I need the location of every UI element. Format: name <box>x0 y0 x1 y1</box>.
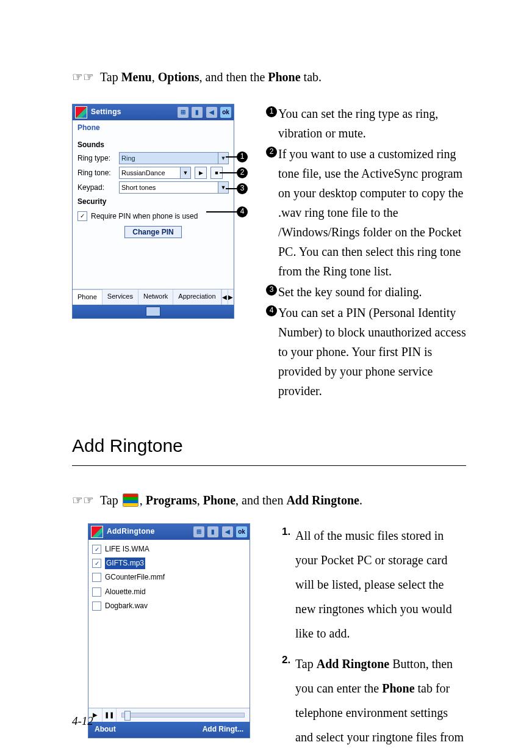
section-sounds: Sounds <box>74 138 232 151</box>
window-title: AddRingtone <box>107 526 192 537</box>
t: Phone <box>382 681 414 695</box>
callout-4-num: 4 <box>237 206 248 217</box>
player-bar: ▶ ❚❚ <box>88 708 250 722</box>
t: , <box>197 493 203 507</box>
t: Programs <box>146 493 197 507</box>
screenshot-addringtone-wrap: AddRingtone ⊞ ▮ ◀ ok ✓LIFE IS.WMA ✓GIFTS… <box>88 523 250 738</box>
instruction-1: ☞☞ Tap Menu, Options, and then the Phone… <box>72 67 466 87</box>
step-2: 2. Tap Add Ringtone Button, then you can… <box>282 652 466 756</box>
list-item[interactable]: GCounterFile.mmf <box>92 570 246 584</box>
keypad-dropdown[interactable]: Short tones ▼ <box>119 181 229 194</box>
bullet-3: 3 <box>266 285 277 296</box>
softkey-right[interactable]: Add Ringt... <box>203 724 243 735</box>
tab-scroll-right[interactable]: ▶ <box>228 289 234 305</box>
t: Tap <box>100 493 121 507</box>
tab-phone[interactable]: Phone <box>73 289 102 305</box>
start-flag-icon[interactable] <box>91 526 103 538</box>
ring-type-label: Ring type: <box>77 153 115 164</box>
play-button[interactable]: ▶ <box>195 167 207 179</box>
steps-list: 1. All of the music files stored in your… <box>282 523 466 756</box>
page-number: 4-12 <box>72 712 93 730</box>
ok-button[interactable]: ok <box>236 526 247 537</box>
t: , <box>140 493 146 507</box>
step-1-num: 1. <box>282 523 295 540</box>
require-pin-checkbox[interactable]: ✓ <box>77 211 87 221</box>
tap-icon: ☞☞ <box>72 67 94 87</box>
t: Add Ringtone <box>317 657 389 671</box>
list-item[interactable]: Alouette.mid <box>92 585 246 599</box>
ring-tone-value: RussianDance <box>121 168 165 179</box>
callout-2: 2 <box>220 167 248 178</box>
chevron-down-icon[interactable]: ▼ <box>180 167 190 178</box>
row-keypad: Keypad: Short tones ▼ <box>74 180 232 195</box>
heading-add-ringtone: Add Ringtone <box>72 431 466 466</box>
step-1: 1. All of the music files stored in your… <box>282 523 466 645</box>
titlebar: AddRingtone ⊞ ▮ ◀ ok <box>88 524 250 540</box>
callout-4: 4 <box>206 206 248 217</box>
keypad-label: Keypad: <box>77 182 115 194</box>
signal-icon: ▮ <box>192 107 203 118</box>
sip-bar <box>73 305 234 318</box>
file-checkbox[interactable] <box>92 602 101 611</box>
volume-icon: ◀ <box>222 526 233 537</box>
ring-tone-dropdown[interactable]: RussianDance ▼ <box>119 167 191 179</box>
ok-button[interactable]: ok <box>220 107 231 118</box>
start-flag-icon[interactable] <box>75 106 87 118</box>
tab-network[interactable]: Network <box>138 289 173 305</box>
file-name: Alouette.mid <box>105 586 146 598</box>
desc-2: If you want to use a customized ring ton… <box>278 144 466 281</box>
file-checkbox[interactable]: ✓ <box>92 559 101 568</box>
description-list: 1You can set the ring type as ring, vibr… <box>266 104 466 402</box>
file-checkbox[interactable] <box>92 573 101 582</box>
seek-slider[interactable] <box>121 713 245 718</box>
window-title: Settings <box>91 106 176 118</box>
file-name: Dogbark.wav <box>105 600 148 612</box>
status-icons: ⊞ ▮ ◀ ok <box>192 526 247 537</box>
step-1-text: All of the music files stored in your Po… <box>295 523 466 645</box>
desc-4: You can set a PIN (Personal Identity Num… <box>278 303 466 401</box>
bullet-1: 1 <box>266 106 277 117</box>
callout-3: 3 <box>226 183 248 194</box>
callout-3-num: 3 <box>237 183 248 194</box>
row-ring-tone: Ring tone: RussianDance ▼ ▶ ■ <box>74 165 232 180</box>
t: , and then <box>235 493 286 507</box>
t: Phone <box>203 493 235 507</box>
pause-icon[interactable]: ❚❚ <box>102 708 117 722</box>
desc-1: You can set the ring type as ring, vibra… <box>278 104 466 143</box>
t: Options <box>158 70 200 84</box>
slider-thumb[interactable] <box>124 711 131 721</box>
ring-tone-label: Ring tone: <box>77 167 115 179</box>
t: . <box>359 493 362 507</box>
softkey-left[interactable]: About <box>95 724 116 735</box>
titlebar: Settings ⊞ ▮ ◀ ok <box>73 104 234 120</box>
instruction-1-text: Tap Menu, Options, and then the Phone ta… <box>100 67 322 87</box>
file-checkbox[interactable] <box>92 587 101 597</box>
instruction-2: ☞☞ Tap , Programs, Phone, and then Add R… <box>72 490 466 510</box>
tab-services[interactable]: Services <box>102 289 138 305</box>
volume-icon: ◀ <box>206 107 217 118</box>
change-pin-button[interactable]: Change PIN <box>124 226 181 238</box>
list-item[interactable]: ✓LIFE IS.WMA <box>92 542 246 556</box>
bottom-tabs: Phone Services Network Appreciation ◀ ▶ <box>73 289 234 305</box>
t: Tap <box>100 70 121 84</box>
t: Tap <box>295 657 317 671</box>
t: , <box>152 70 158 84</box>
tap-icon: ☞☞ <box>72 490 94 510</box>
instruction-2-text: Tap , Programs, Phone, and then Add Ring… <box>100 490 362 510</box>
t: tab. <box>301 70 322 84</box>
tab-scroll-left[interactable]: ◀ <box>221 289 228 305</box>
windows-start-icon <box>123 493 138 507</box>
list-item[interactable]: ✓GIFTS.mp3 <box>92 556 246 570</box>
step-2-num: 2. <box>282 652 295 668</box>
t: , and then the <box>200 70 268 84</box>
require-pin-label: Require PIN when phone is used <box>91 211 198 222</box>
callout-2-num: 2 <box>237 167 248 178</box>
t: Phone <box>268 70 300 84</box>
tab-appreciation[interactable]: Appreciation <box>173 289 221 305</box>
ring-type-dropdown[interactable]: Ring ▼ <box>119 152 229 164</box>
screen-subtitle: Phone <box>73 120 234 136</box>
row-ring-type: Ring type: Ring ▼ <box>74 151 232 165</box>
keyboard-icon[interactable] <box>146 307 160 316</box>
list-item[interactable]: Dogbark.wav <box>92 599 246 613</box>
file-checkbox[interactable]: ✓ <box>92 545 101 554</box>
